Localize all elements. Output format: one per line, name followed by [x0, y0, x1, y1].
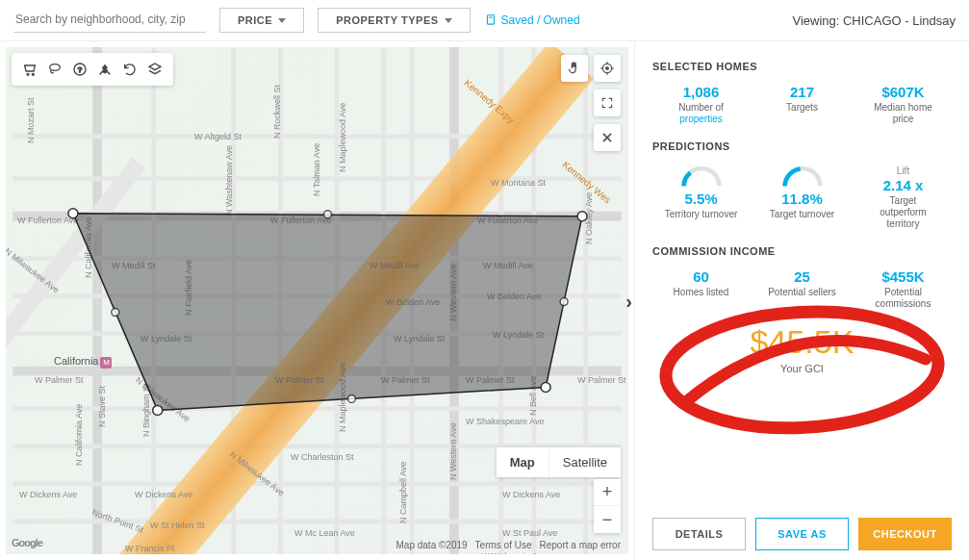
chevron-down-icon: [278, 18, 286, 23]
expand-panel-arrow[interactable]: ›: [625, 291, 632, 313]
predictions-section-title: PREDICTIONS: [652, 140, 952, 152]
topbar: PRICE PROPERTY TYPES Saved / Owned Viewi…: [0, 0, 969, 41]
gci-block: $45.5K Your GCI: [652, 323, 952, 374]
pan-icon[interactable]: [561, 55, 588, 82]
stat-properties: 1,086 Number ofproperties: [652, 84, 750, 125]
lasso-icon[interactable]: [42, 57, 67, 82]
svg-marker-39: [149, 64, 161, 70]
stat-median-price: $607K Median homeprice: [854, 84, 952, 125]
svg-point-31: [347, 395, 355, 402]
svg-point-25: [68, 209, 78, 218]
action-buttons: DETAILS SAVE AS CHECKOUT: [652, 518, 952, 550]
property-type-filter[interactable]: PROPERTY TYPES: [318, 8, 470, 33]
checkout-button[interactable]: CHECKOUT: [858, 518, 952, 550]
svg-point-34: [32, 73, 34, 75]
stat-homes-listed: 60 Homes listed: [652, 268, 750, 310]
svg-point-28: [153, 405, 163, 415]
info-icon[interactable]: ?: [67, 57, 92, 82]
svg-point-30: [560, 298, 568, 306]
saved-owned-link[interactable]: Saved / Owned: [484, 13, 580, 27]
bookmark-icon: [484, 13, 497, 27]
map-canvas[interactable]: W Fullerton Ave W Fullerton Ave W Fuller…: [6, 47, 628, 554]
svg-marker-24: [73, 214, 582, 411]
price-filter-label: PRICE: [238, 14, 272, 26]
map-attribution: Map data ©2019Terms of UseReport a map e…: [396, 540, 621, 550]
close-icon[interactable]: [594, 124, 621, 151]
stat-potential-commissions: $455K Potentialcommissions: [854, 268, 952, 310]
svg-point-32: [112, 309, 119, 317]
stat-territory-turnover: 5.5% Territory turnover: [652, 164, 750, 230]
gauge-icon: [679, 164, 724, 189]
viewing-label: Viewing: CHICAGO - Lindsay: [792, 13, 956, 28]
stat-targets: 217 Targets: [753, 84, 851, 125]
gauge-icon: [780, 164, 825, 189]
zoom-in-button[interactable]: +: [594, 479, 621, 506]
stat-potential-sellers: 25 Potential sellers: [753, 268, 851, 310]
map-type-toggle: Map Satellite: [497, 447, 621, 477]
map-draw-toolbar: ? $: [12, 53, 173, 86]
gci-label: Your GCI: [652, 363, 952, 374]
locate-icon[interactable]: [594, 55, 621, 82]
commission-section-title: COMMISSION INCOME: [652, 245, 952, 257]
stat-lift: Lift 2.14 x Targetoutperformterritory: [854, 164, 952, 230]
price-tool-icon[interactable]: $: [92, 57, 117, 82]
layers-icon[interactable]: [142, 57, 167, 82]
svg-point-41: [606, 67, 609, 70]
price-filter[interactable]: PRICE: [219, 8, 304, 33]
google-logo: Google: [12, 537, 42, 548]
save-as-button[interactable]: SAVE AS: [755, 518, 849, 550]
chevron-down-icon: [445, 18, 452, 23]
fullscreen-icon[interactable]: [594, 89, 621, 116]
stats-panel: SELECTED HOMES 1,086 Number ofproperties…: [635, 41, 969, 560]
map-type-satellite[interactable]: Satellite: [549, 447, 621, 477]
svg-point-29: [323, 211, 331, 218]
details-button[interactable]: DETAILS: [652, 518, 746, 550]
undo-icon[interactable]: [117, 57, 142, 82]
saved-owned-label: Saved / Owned: [501, 13, 580, 27]
selected-section-title: SELECTED HOMES: [652, 61, 952, 72]
zoom-control: + −: [594, 479, 621, 533]
map-type-map[interactable]: Map: [497, 447, 549, 477]
zoom-out-button[interactable]: −: [594, 506, 621, 533]
svg-point-27: [541, 382, 550, 392]
properties-link[interactable]: properties: [679, 114, 722, 124]
gci-value: $45.5K: [652, 323, 952, 361]
svg-point-33: [27, 73, 29, 75]
map-pane[interactable]: W Fullerton Ave W Fullerton Ave W Fuller…: [0, 41, 635, 560]
territory-polygon[interactable]: [6, 47, 628, 554]
svg-point-26: [577, 212, 587, 221]
svg-text:?: ?: [78, 65, 83, 74]
svg-point-35: [50, 64, 61, 71]
stat-target-turnover: 11.8% Target turnover: [753, 164, 851, 230]
property-type-label: PROPERTY TYPES: [336, 14, 438, 26]
search-input[interactable]: [13, 9, 206, 33]
cart-icon[interactable]: [17, 57, 42, 82]
svg-rect-0: [487, 15, 494, 24]
